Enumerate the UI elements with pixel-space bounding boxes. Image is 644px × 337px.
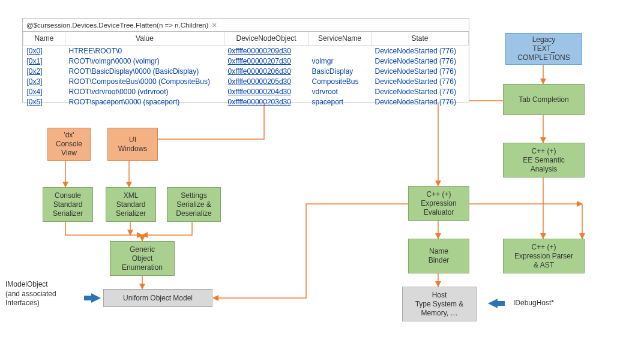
table-row[interactable]: [0x2]ROOT\BasicDisplay\0000 (BasicDispla… (23, 66, 469, 76)
box-generic-enum: GenericObjectEnumeration (110, 241, 175, 276)
cell[interactable]: 0xffffe00000204d30 (224, 86, 308, 97)
cell (308, 46, 372, 56)
box-ee-semantic: C++ (+)EE SemanticAnalysis (503, 143, 585, 177)
cell: spaceport (308, 97, 372, 107)
cell[interactable]: ROOT\spaceport\0000 (spaceport) (65, 97, 224, 107)
box-ui-windows: UIWindows (107, 128, 158, 161)
cell[interactable]: [0x0] (23, 46, 65, 56)
cell[interactable]: 0xffffe00000207d30 (224, 56, 308, 66)
box-legacy-text-completions: LegacyTEXT_COMPLETIONS (505, 33, 582, 65)
label-imodelobject: IModelObject(and associatedInterfaces) (5, 280, 74, 308)
cell[interactable]: HTREE\ROOT\0 (65, 46, 224, 56)
device-table: Name Value DeviceNodeObject ServiceName … (23, 32, 469, 107)
col-svc[interactable]: ServiceName (308, 32, 372, 46)
box-name-binder: NameBinder (408, 239, 469, 273)
box-console-serializer: ConsoleStandardSerializer (43, 187, 93, 222)
cell[interactable]: 0xffffe00000205d30 (224, 76, 308, 86)
table-row[interactable]: [0x1]ROOT\volmgr\0000 (volmgr)0xffffe000… (23, 56, 469, 66)
cell: DeviceNodeStarted (776) (372, 86, 469, 97)
cell: DeviceNodeStarted (776) (372, 46, 469, 56)
cell: volmgr (308, 56, 372, 66)
cell[interactable]: ROOT\CompositeBus\0000 (CompositeBus) (65, 76, 224, 86)
table-row[interactable]: [0x3]ROOT\CompositeBus\0000 (CompositeBu… (23, 76, 469, 86)
box-uniform-object-model: Uniform Object Model (103, 289, 212, 307)
arrow-idebughost-icon (488, 299, 498, 308)
box-tab-completion: Tab Completion (503, 84, 585, 115)
cell[interactable]: [0x1] (23, 56, 65, 66)
cell[interactable]: ROOT\BasicDisplay\0000 (BasicDisplay) (65, 66, 224, 76)
tab-bar: @$cursession.Devices.DeviceTree.Flatten(… (23, 19, 469, 32)
close-icon[interactable]: × (212, 20, 217, 30)
label-idebughost: IDebugHost* (513, 299, 554, 308)
box-expression-evaluator: C++ (+)ExpressionEvaluator (408, 186, 469, 221)
table-row[interactable]: [0x0]HTREE\ROOT\00xffffe00000209d30Devic… (23, 46, 469, 56)
cell: DeviceNodeStarted (776) (372, 56, 469, 66)
cell[interactable]: 0xffffe00000209d30 (224, 46, 308, 56)
table-row[interactable]: [0x5]ROOT\spaceport\0000 (spaceport)0xff… (23, 97, 469, 107)
box-dx-console-view: 'dx'ConsoleView (47, 128, 91, 161)
tab-title[interactable]: @$cursession.Devices.DeviceTree.Flatten(… (26, 22, 208, 29)
col-state[interactable]: State (372, 32, 469, 46)
device-tree-table: @$cursession.Devices.DeviceTree.Flatten(… (22, 18, 469, 103)
cell[interactable]: 0xffffe00000206d30 (224, 66, 308, 76)
box-settings-serialize: SettingsSerialize &Deserialize (167, 187, 221, 222)
cell: DeviceNodeStarted (776) (372, 76, 469, 86)
box-xml-serializer: XMLStandardSerializer (106, 187, 156, 222)
arrow-imodel-icon (91, 293, 101, 303)
col-value[interactable]: Value (65, 32, 224, 46)
cell: DeviceNodeStarted (776) (372, 97, 469, 107)
cell[interactable]: [0x5] (23, 97, 65, 107)
cell[interactable]: ROOT\vdrvroot\0000 (vdrvroot) (65, 86, 224, 97)
table-row[interactable]: [0x4]ROOT\vdrvroot\0000 (vdrvroot)0xffff… (23, 86, 469, 97)
cell[interactable]: [0x2] (23, 66, 65, 76)
cell[interactable]: [0x4] (23, 86, 65, 97)
cell: vdrvroot (308, 86, 372, 97)
box-host-type-system: HostType System &Memory, … (402, 287, 477, 321)
cell: CompositeBus (308, 76, 372, 86)
cell: BasicDisplay (308, 66, 372, 76)
cell[interactable]: [0x3] (23, 76, 65, 86)
cell[interactable]: 0xffffe00000203d30 (224, 97, 308, 107)
cell: DeviceNodeStarted (776) (372, 66, 469, 76)
cell[interactable]: ROOT\volmgr\0000 (volmgr) (65, 56, 224, 66)
box-expression-parser-ast: C++ (+)Expression Parser& AST (503, 239, 585, 273)
col-obj[interactable]: DeviceNodeObject (224, 32, 308, 46)
col-name[interactable]: Name (23, 32, 65, 46)
